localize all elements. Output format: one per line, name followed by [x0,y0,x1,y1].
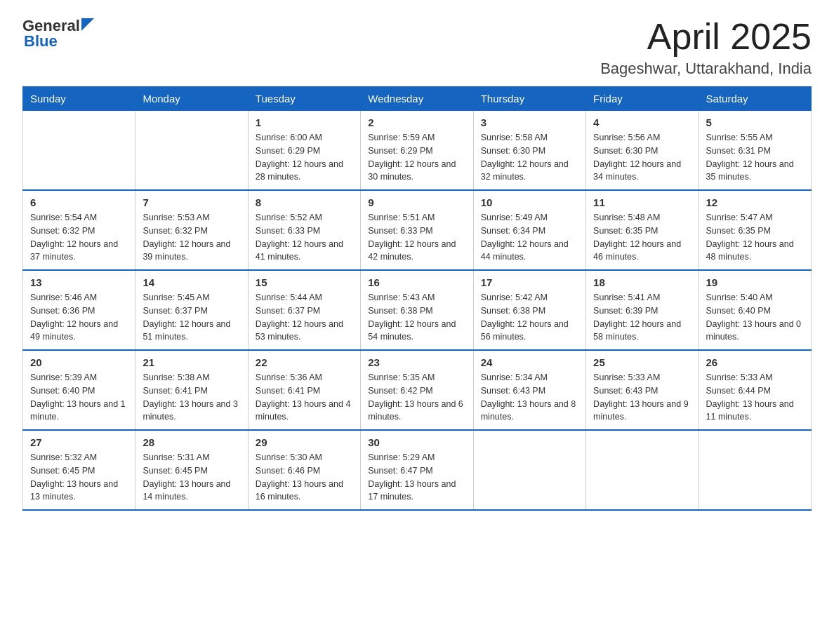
day-number: 17 [481,276,578,288]
day-number: 30 [368,436,465,448]
day-info: Sunrise: 5:34 AMSunset: 6:43 PMDaylight:… [481,371,578,424]
day-info: Sunrise: 5:40 AMSunset: 6:40 PMDaylight:… [706,291,804,344]
day-number: 14 [143,276,240,288]
calendar-cell: 4Sunrise: 5:56 AMSunset: 6:30 PMDaylight… [586,111,699,191]
calendar-cell: 8Sunrise: 5:52 AMSunset: 6:33 PMDaylight… [248,190,360,270]
calendar-cell: 30Sunrise: 5:29 AMSunset: 6:47 PMDayligh… [361,430,473,510]
calendar-cell: 21Sunrise: 5:38 AMSunset: 6:41 PMDayligh… [135,350,248,430]
calendar-cell: 10Sunrise: 5:49 AMSunset: 6:34 PMDayligh… [473,190,585,270]
calendar-cell: 28Sunrise: 5:31 AMSunset: 6:45 PMDayligh… [135,430,248,510]
day-info: Sunrise: 5:36 AMSunset: 6:41 PMDaylight:… [256,371,353,424]
calendar-cell: 22Sunrise: 5:36 AMSunset: 6:41 PMDayligh… [248,350,360,430]
calendar-cell: 25Sunrise: 5:33 AMSunset: 6:43 PMDayligh… [586,350,699,430]
day-number: 29 [256,436,353,448]
day-number: 3 [481,116,578,128]
day-info: Sunrise: 5:45 AMSunset: 6:37 PMDaylight:… [143,291,240,344]
page-header: General Blue April 2025 Bageshwar, Uttar… [22,17,812,78]
calendar-cell: 3Sunrise: 5:58 AMSunset: 6:30 PMDaylight… [473,111,585,191]
day-info: Sunrise: 5:33 AMSunset: 6:43 PMDaylight:… [593,371,691,424]
day-number: 5 [706,116,804,128]
day-info: Sunrise: 5:46 AMSunset: 6:36 PMDaylight:… [30,291,128,344]
day-info: Sunrise: 5:51 AMSunset: 6:33 PMDaylight:… [368,211,465,264]
calendar-cell: 24Sunrise: 5:34 AMSunset: 6:43 PMDayligh… [473,350,585,430]
calendar-cell: 23Sunrise: 5:35 AMSunset: 6:42 PMDayligh… [361,350,473,430]
weekday-header: Wednesday [361,87,473,111]
day-info: Sunrise: 6:00 AMSunset: 6:29 PMDaylight:… [256,131,353,184]
day-info: Sunrise: 5:31 AMSunset: 6:45 PMDaylight:… [143,451,240,504]
day-number: 11 [593,196,691,208]
day-number: 15 [256,276,353,288]
logo-arrow-icon [81,18,94,31]
calendar-cell [586,430,699,510]
calendar-cell: 13Sunrise: 5:46 AMSunset: 6:36 PMDayligh… [23,270,135,350]
day-info: Sunrise: 5:39 AMSunset: 6:40 PMDaylight:… [30,371,128,424]
calendar-cell: 1Sunrise: 6:00 AMSunset: 6:29 PMDaylight… [248,111,360,191]
day-number: 24 [481,356,578,368]
day-info: Sunrise: 5:47 AMSunset: 6:35 PMDaylight:… [706,211,804,264]
day-info: Sunrise: 5:49 AMSunset: 6:34 PMDaylight:… [481,211,578,264]
location-subtitle: Bageshwar, Uttarakhand, India [600,60,812,78]
weekday-header: Monday [135,87,248,111]
calendar-cell [473,430,585,510]
day-number: 18 [593,276,691,288]
day-number: 2 [368,116,465,128]
weekday-header: Sunday [23,87,135,111]
weekday-header: Thursday [473,87,585,111]
day-info: Sunrise: 5:53 AMSunset: 6:32 PMDaylight:… [143,211,240,264]
calendar-cell: 16Sunrise: 5:43 AMSunset: 6:38 PMDayligh… [361,270,473,350]
logo-blue: Blue [22,32,94,51]
day-info: Sunrise: 5:44 AMSunset: 6:37 PMDaylight:… [256,291,353,344]
day-info: Sunrise: 5:59 AMSunset: 6:29 PMDaylight:… [368,131,465,184]
day-number: 20 [30,356,128,368]
calendar-cell: 26Sunrise: 5:33 AMSunset: 6:44 PMDayligh… [699,350,811,430]
day-info: Sunrise: 5:48 AMSunset: 6:35 PMDaylight:… [593,211,691,264]
day-number: 12 [706,196,804,208]
calendar-week-row: 20Sunrise: 5:39 AMSunset: 6:40 PMDayligh… [23,350,812,430]
day-number: 19 [706,276,804,288]
calendar-cell: 14Sunrise: 5:45 AMSunset: 6:37 PMDayligh… [135,270,248,350]
calendar-cell: 5Sunrise: 5:55 AMSunset: 6:31 PMDaylight… [699,111,811,191]
day-number: 21 [143,356,240,368]
day-number: 8 [256,196,353,208]
day-number: 10 [481,196,578,208]
day-info: Sunrise: 5:30 AMSunset: 6:46 PMDaylight:… [256,451,353,504]
title-block: April 2025 Bageshwar, Uttarakhand, India [600,17,812,78]
calendar-cell: 9Sunrise: 5:51 AMSunset: 6:33 PMDaylight… [361,190,473,270]
day-info: Sunrise: 5:55 AMSunset: 6:31 PMDaylight:… [706,131,804,184]
calendar-cell: 17Sunrise: 5:42 AMSunset: 6:38 PMDayligh… [473,270,585,350]
calendar-week-row: 13Sunrise: 5:46 AMSunset: 6:36 PMDayligh… [23,270,812,350]
day-number: 4 [593,116,691,128]
day-number: 16 [368,276,465,288]
calendar-week-row: 6Sunrise: 5:54 AMSunset: 6:32 PMDaylight… [23,190,812,270]
day-number: 26 [706,356,804,368]
calendar-cell: 6Sunrise: 5:54 AMSunset: 6:32 PMDaylight… [23,190,135,270]
calendar-cell: 2Sunrise: 5:59 AMSunset: 6:29 PMDaylight… [361,111,473,191]
day-number: 6 [30,196,128,208]
day-info: Sunrise: 5:43 AMSunset: 6:38 PMDaylight:… [368,291,465,344]
logo: General Blue [22,17,94,51]
calendar-cell [135,111,248,191]
calendar-cell [699,430,811,510]
day-info: Sunrise: 5:41 AMSunset: 6:39 PMDaylight:… [593,291,691,344]
day-number: 28 [143,436,240,448]
day-info: Sunrise: 5:58 AMSunset: 6:30 PMDaylight:… [481,131,578,184]
day-number: 25 [593,356,691,368]
calendar-cell: 7Sunrise: 5:53 AMSunset: 6:32 PMDaylight… [135,190,248,270]
day-info: Sunrise: 5:38 AMSunset: 6:41 PMDaylight:… [143,371,240,424]
calendar-cell: 27Sunrise: 5:32 AMSunset: 6:45 PMDayligh… [23,430,135,510]
day-info: Sunrise: 5:52 AMSunset: 6:33 PMDaylight:… [256,211,353,264]
calendar-cell: 15Sunrise: 5:44 AMSunset: 6:37 PMDayligh… [248,270,360,350]
day-number: 23 [368,356,465,368]
month-year-title: April 2025 [600,17,812,57]
day-info: Sunrise: 5:42 AMSunset: 6:38 PMDaylight:… [481,291,578,344]
day-info: Sunrise: 5:56 AMSunset: 6:30 PMDaylight:… [593,131,691,184]
calendar-header: SundayMondayTuesdayWednesdayThursdayFrid… [23,87,812,111]
day-number: 9 [368,196,465,208]
day-info: Sunrise: 5:32 AMSunset: 6:45 PMDaylight:… [30,451,128,504]
calendar-cell: 20Sunrise: 5:39 AMSunset: 6:40 PMDayligh… [23,350,135,430]
day-number: 13 [30,276,128,288]
day-info: Sunrise: 5:54 AMSunset: 6:32 PMDaylight:… [30,211,128,264]
day-info: Sunrise: 5:29 AMSunset: 6:47 PMDaylight:… [368,451,465,504]
day-number: 27 [30,436,128,448]
calendar-week-row: 1Sunrise: 6:00 AMSunset: 6:29 PMDaylight… [23,111,812,191]
